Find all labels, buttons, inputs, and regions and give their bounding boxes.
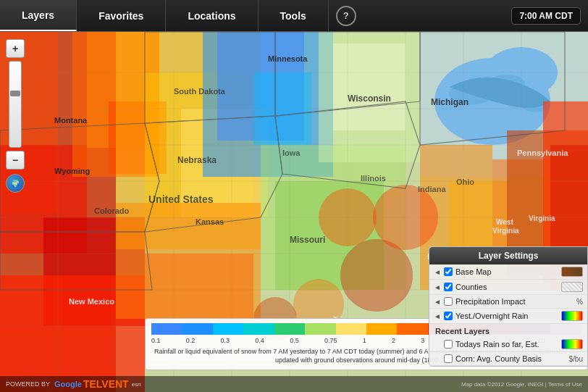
svg-text:Virginia: Virginia (492, 227, 519, 235)
svg-text:Iowa: Iowa (282, 149, 301, 157)
scale-label: 2 (392, 337, 395, 344)
svg-text:Pennsylvania: Pennsylvania (517, 149, 568, 157)
color-block (305, 323, 335, 335)
layer-checkbox-counties[interactable] (444, 283, 453, 291)
svg-text:Virginia: Virginia (529, 214, 555, 222)
svg-text:Wyoming: Wyoming (54, 167, 90, 175)
recent-layers-title: Recent Layers (429, 324, 587, 337)
svg-text:Colorado: Colorado (94, 207, 130, 215)
color-block (243, 323, 274, 335)
layer-arrow-base-map[interactable]: ◄ (434, 268, 441, 276)
svg-text:Montana: Montana (54, 116, 88, 125)
layer-label-overnight-rain: Yest./Overnight Rain (455, 312, 558, 320)
svg-text:Indiana: Indiana (418, 185, 446, 193)
telvent-logo: TELVENT (83, 378, 129, 390)
svg-text:Illinois: Illinois (361, 174, 386, 183)
svg-text:Ohio: Ohio (456, 178, 474, 186)
color-block (151, 323, 182, 335)
color-block (182, 323, 212, 335)
layer-label-counties: Counties (455, 283, 558, 291)
zoom-in-button[interactable]: + (6, 39, 25, 58)
layer-panel-title: Layer Settings (429, 247, 587, 264)
layer-label-base-map: Base Map (455, 267, 558, 276)
scale-label: 3 (421, 337, 424, 344)
google-logo: Google (54, 380, 82, 388)
layer-row-precip-impact: ◄ Precipitation Impact % (429, 295, 587, 309)
powered-by-label: POWERED BY (0, 380, 50, 388)
svg-text:Michigan: Michigan (431, 97, 469, 107)
scale-label: 0.4 (255, 337, 264, 344)
help-button[interactable]: ? (336, 6, 356, 26)
svg-text:South Dakota: South Dakota (174, 87, 226, 96)
svg-text:Nebraska: Nebraska (177, 155, 217, 165)
nav-favorites[interactable]: Favorites (77, 0, 166, 31)
layer-label-todays-rain: Todays Rain so far, Est. (455, 340, 558, 349)
svg-text:United States: United States (148, 193, 214, 205)
layer-row-base-map: ◄ Base Map (429, 264, 587, 280)
globe-button[interactable]: 🌍 (6, 174, 25, 193)
svg-rect-32 (333, 43, 406, 130)
layer-thumb-base-map (561, 267, 583, 277)
layer-checkbox-overnight-rain[interactable] (444, 312, 453, 320)
color-block (366, 323, 397, 335)
scale-label: 0.1 (151, 337, 161, 344)
map-container[interactable]: Montana Wyoming United States New Mexico… (0, 0, 588, 392)
layer-arrow-overnight-rain[interactable]: ◄ (434, 312, 441, 320)
nav-tools[interactable]: Tools (259, 0, 329, 31)
scale-label: 0.5 (290, 337, 299, 344)
layer-icon-corn-avg: $/bu (569, 355, 583, 363)
layer-icon-precip-impact: % (576, 298, 583, 306)
svg-text:Wisconsin: Wisconsin (348, 93, 391, 104)
scale-label: 0.2 (186, 337, 196, 344)
layer-label-corn-avg: Corn: Avg. County Basis (455, 354, 566, 363)
zoom-slider[interactable] (9, 61, 22, 148)
layer-checkbox-base-map[interactable] (444, 267, 453, 276)
layer-thumb-counties (561, 282, 583, 292)
scale-label: 0.3 (221, 337, 230, 344)
svg-text:Minnesota: Minnesota (268, 54, 308, 63)
layer-checkbox-precip-impact[interactable] (444, 297, 453, 306)
color-block (274, 323, 305, 335)
layer-arrow-precip-impact[interactable]: ◄ (434, 298, 441, 306)
svg-text:Kansas: Kansas (196, 217, 224, 226)
color-block (397, 323, 427, 335)
layer-row-overnight-rain: ◄ Yest./Overnight Rain (429, 309, 587, 324)
zoom-handle[interactable] (10, 91, 20, 96)
nav-layers[interactable]: Layers (0, 0, 77, 31)
svg-text:New Mexico: New Mexico (69, 297, 114, 306)
layer-row-todays-rain: Todays Rain so far, Est. (429, 337, 587, 352)
layer-thumb-overnight-rain (561, 311, 583, 321)
bottom-bar: POWERED BY Google TELVENT esri Map data … (0, 376, 588, 392)
svg-point-34 (340, 239, 413, 312)
svg-text:Missouri: Missouri (290, 235, 325, 245)
esri-logo: esri (132, 381, 141, 388)
layer-row-counties: ◄ Counties (429, 280, 587, 295)
layer-label-precip-impact: Precipitation Impact (455, 297, 574, 306)
top-navigation: Layers Favorites Locations Tools ? 7:00 … (0, 0, 588, 32)
layer-thumb-todays-rain (561, 339, 583, 349)
svg-text:West: West (496, 218, 513, 226)
map-attribution: Map data ©2012 Google, INEGI | Terms of … (461, 381, 582, 388)
layer-checkbox-todays-rain[interactable] (444, 340, 453, 349)
layer-row-corn-avg: Corn: Avg. County Basis $/bu (429, 352, 587, 366)
scale-label: 1 (363, 337, 366, 344)
map-controls: + − 🌍 (6, 39, 25, 193)
layer-settings-panel: Layer Settings ◄ Base Map ◄ Counties ◄ P… (429, 246, 588, 367)
color-block (213, 323, 243, 335)
zoom-out-button[interactable]: − (6, 151, 25, 170)
scale-label: 0.75 (324, 337, 337, 344)
nav-locations[interactable]: Locations (166, 0, 258, 31)
layer-arrow-counties[interactable]: ◄ (434, 283, 441, 291)
time-display: 7:00 AM CDT (511, 7, 581, 25)
color-block (336, 323, 366, 335)
layer-checkbox-corn-avg[interactable] (444, 354, 453, 363)
